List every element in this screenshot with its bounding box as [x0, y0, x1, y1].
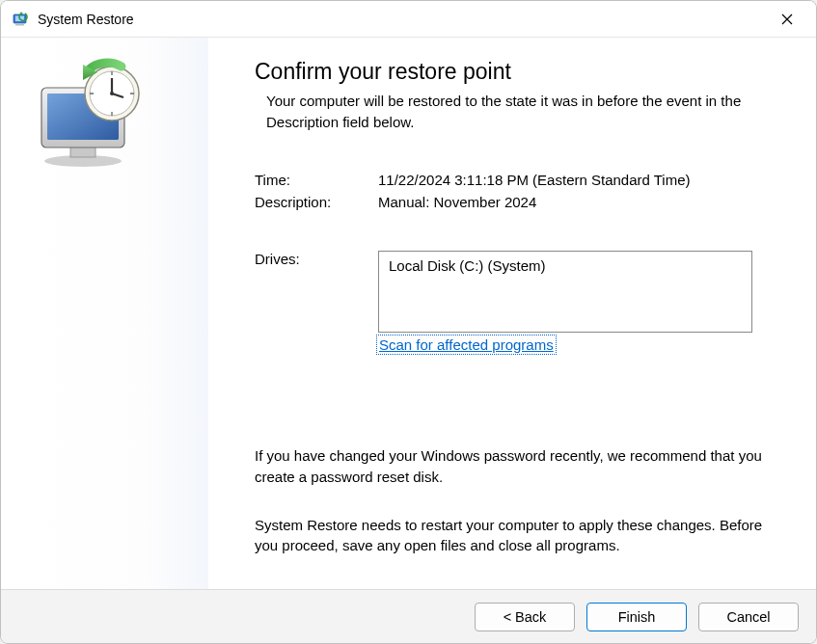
- wizard-footer: < Back Finish Cancel: [1, 589, 816, 643]
- titlebar: System Restore: [1, 1, 816, 38]
- description-row: Description: Manual: November 2024: [255, 194, 768, 210]
- close-icon: [781, 13, 793, 25]
- time-label: Time:: [255, 172, 378, 188]
- svg-rect-2: [15, 24, 24, 26]
- drives-listbox[interactable]: Local Disk (C:) (System): [378, 251, 752, 333]
- window-title: System Restore: [38, 12, 766, 27]
- description-label: Description:: [255, 194, 378, 210]
- scan-link-row: Scan for affected programs: [255, 336, 768, 353]
- content-area: Confirm your restore point Your computer…: [1, 38, 816, 589]
- time-value: 11/22/2024 3:11:18 PM (Eastern Standard …: [378, 172, 768, 188]
- finish-button[interactable]: Finish: [586, 603, 687, 631]
- back-button[interactable]: < Back: [475, 603, 575, 631]
- time-row: Time: 11/22/2024 3:11:18 PM (Eastern Sta…: [255, 172, 768, 188]
- drives-row: Drives: Local Disk (C:) (System): [255, 251, 768, 333]
- scan-affected-programs-link[interactable]: Scan for affected programs: [378, 336, 555, 353]
- system-restore-large-icon: [30, 57, 146, 173]
- drives-label: Drives:: [255, 251, 378, 333]
- close-button[interactable]: [766, 5, 808, 34]
- drive-item: Local Disk (C:) (System): [389, 257, 742, 274]
- svg-point-12: [110, 92, 114, 95]
- sidebar: [1, 38, 208, 589]
- password-note: If you have changed your Windows passwor…: [255, 445, 768, 488]
- main-panel: Confirm your restore point Your computer…: [208, 38, 816, 589]
- cancel-button[interactable]: Cancel: [698, 603, 799, 631]
- restart-warning: System Restore needs to restart your com…: [255, 515, 768, 557]
- system-restore-window: System Restore: [0, 0, 817, 644]
- page-heading: Confirm your restore point: [255, 59, 768, 85]
- system-restore-icon: [13, 11, 30, 28]
- description-value: Manual: November 2024: [378, 194, 768, 210]
- page-subheading: Your computer will be restored to the st…: [255, 91, 768, 133]
